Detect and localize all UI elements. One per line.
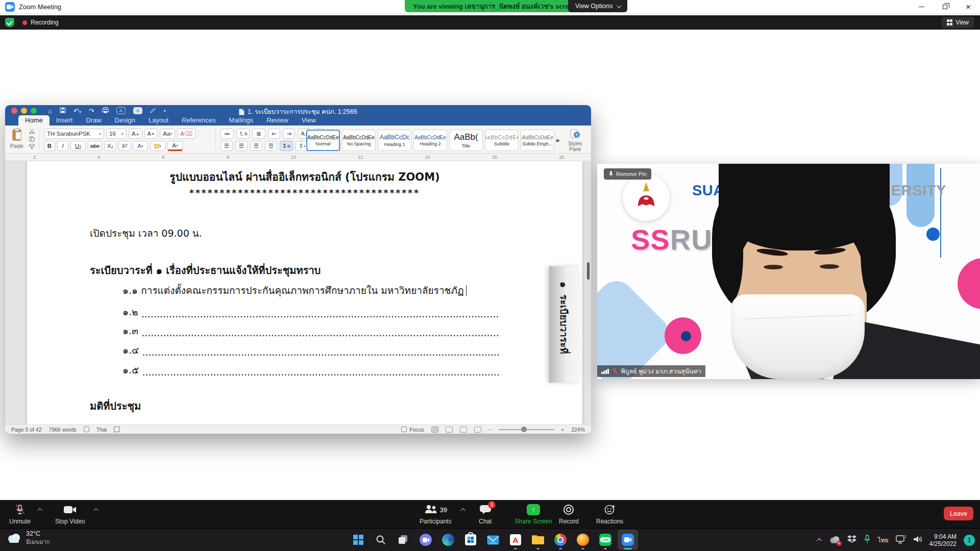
firefox-button[interactable] (573, 530, 593, 550)
align-left-icon[interactable]: ☰ (220, 141, 233, 151)
document-scrollbar[interactable] (587, 262, 590, 280)
tab-insert[interactable]: Insert (50, 115, 80, 126)
view-options-button[interactable]: View Options (568, 0, 627, 12)
store-button[interactable] (460, 530, 481, 550)
style-subtitle[interactable]: AaBbCcDdEeSubtitle (485, 130, 519, 151)
tab-references[interactable]: References (175, 115, 222, 126)
gallery-view-button[interactable]: View (942, 17, 974, 28)
display-icon[interactable] (896, 535, 906, 545)
align-center-icon[interactable]: ☰ (235, 141, 248, 151)
home-icon[interactable]: ⌂ (48, 107, 52, 115)
document-area[interactable]: รูปแบบออนไลน์ ผ่านสื่ออิเล็กทรอนิกส์ (โป… (5, 161, 591, 424)
minimize-button[interactable] (910, 0, 933, 14)
dropbox-icon[interactable] (847, 535, 856, 545)
grow-font-button[interactable]: A▲ (129, 129, 142, 139)
numbered-list-icon[interactable]: ⒈≡ (236, 129, 250, 139)
zoom-slider[interactable] (499, 429, 554, 430)
language-indicator[interactable]: ไทย (878, 535, 889, 545)
acrobat-button[interactable]: A (505, 530, 526, 550)
unmute-options-chevron[interactable] (37, 508, 42, 513)
language-indicator[interactable]: Thai (96, 427, 107, 433)
search-button[interactable] (371, 530, 391, 550)
text-effects-button[interactable]: A▾ (133, 141, 148, 151)
accessibility-icon[interactable] (114, 427, 119, 432)
superscript-button[interactable]: X² (118, 141, 131, 151)
align-right-icon[interactable]: ☰ (250, 141, 262, 151)
draft-view-icon[interactable] (474, 427, 481, 433)
styles-more-icon[interactable]: ▶ (556, 138, 560, 143)
file-explorer-button[interactable] (528, 530, 548, 550)
format-painter-icon[interactable] (29, 144, 35, 149)
pinned-video-tile[interactable]: SUAN SUNA ERSITY SSRU Remove Pin พิบูลย์… (597, 164, 980, 379)
strikethrough-button[interactable]: abc (88, 141, 102, 151)
underline-button[interactable]: U▾ (70, 141, 86, 151)
leave-button[interactable]: Leave (944, 507, 973, 520)
volume-icon[interactable] (913, 535, 922, 545)
style-heading-1[interactable]: AaBbCcDcHeading 1 (378, 130, 411, 151)
line-button[interactable]: LINE (595, 530, 616, 550)
undo-icon[interactable]: ↶▾ (74, 107, 81, 115)
draw-pencil-icon[interactable] (150, 107, 156, 115)
font-color-button[interactable]: A▾ (167, 141, 183, 151)
reactions-button[interactable]: Reactions (596, 504, 623, 525)
bullet-list-icon[interactable]: ≔ (220, 129, 234, 139)
style-title[interactable]: AaBb(Title (449, 130, 483, 151)
subscript-button[interactable]: X₂ (104, 141, 116, 151)
clear-formatting-button[interactable]: A⌫ (177, 129, 195, 139)
teams-chat-button[interactable] (415, 530, 436, 550)
tab-design[interactable]: Design (108, 115, 142, 126)
save-icon[interactable] (60, 107, 66, 115)
tab-layout[interactable]: Layout (142, 115, 175, 126)
zoom-out-icon[interactable]: − (488, 427, 492, 433)
proofing-icon[interactable] (84, 427, 89, 432)
task-view-button[interactable] (393, 530, 413, 550)
format-a-icon[interactable]: A (116, 107, 126, 114)
style-subtle-emphasis[interactable]: AaBbCcDdEeSubtle Emph... (521, 130, 554, 151)
print-icon[interactable] (102, 107, 109, 115)
mac-close-button[interactable] (11, 108, 17, 114)
line-spacing-icon[interactable]: ⇕≡ (280, 141, 293, 151)
start-button[interactable] (348, 530, 369, 550)
mac-zoom-button[interactable] (31, 108, 37, 114)
tab-home[interactable]: Home (18, 115, 50, 126)
font-size-select[interactable]: 16▾ (106, 129, 127, 139)
tab-review[interactable]: Review (260, 115, 295, 126)
multilevel-list-icon[interactable]: ≣ (252, 129, 265, 139)
tab-mailings[interactable]: Mailings (223, 115, 260, 126)
style-no-spacing[interactable]: AaBbCcDdEeNo Spacing (342, 130, 376, 151)
close-button[interactable]: × (957, 0, 980, 14)
word-count[interactable]: 7966 words (49, 427, 77, 433)
weather-widget[interactable]: 32°C มีเมฆมาก (6, 530, 50, 546)
cut-icon[interactable] (29, 129, 35, 134)
qat-more-icon[interactable]: ▾ (164, 109, 166, 113)
increase-indent-icon[interactable]: ⇥ (283, 129, 295, 139)
notification-badge[interactable]: 1 (964, 535, 975, 546)
italic-button[interactable]: I (57, 141, 68, 151)
tray-mic-icon[interactable] (864, 535, 871, 545)
record-button[interactable]: Record (559, 504, 579, 525)
video-options-chevron[interactable] (93, 508, 99, 513)
copy-icon[interactable] (29, 136, 35, 142)
font-name-select[interactable]: TH SarabunPSK▾ (44, 129, 104, 139)
style-a-icon[interactable]: A (133, 107, 142, 114)
zoom-in-icon[interactable]: + (561, 427, 564, 433)
mac-minimize-button[interactable] (21, 108, 27, 114)
clock[interactable]: 9:04 AM 4/25/2022 (929, 533, 957, 547)
chat-button[interactable]: 3 Chat (479, 504, 492, 525)
paste-button[interactable]: Paste (10, 128, 23, 149)
shrink-font-button[interactable]: A▼ (144, 129, 158, 139)
security-shield-icon[interactable] (5, 18, 14, 27)
restore-button[interactable] (933, 0, 957, 14)
decrease-indent-icon[interactable]: ⇤ (268, 129, 280, 139)
share-screen-button[interactable]: ↑ Share Screen (510, 504, 556, 525)
zoom-slider-thumb[interactable] (521, 427, 527, 432)
justify-icon[interactable]: ☰ (265, 141, 277, 151)
style-heading-2[interactable]: AaBbCcDdEeHeading 2 (413, 130, 447, 151)
bold-button[interactable]: B (44, 141, 55, 151)
web-layout-view-icon[interactable] (446, 427, 453, 433)
focus-button[interactable]: Focus (401, 427, 424, 433)
chrome-button[interactable] (550, 530, 571, 550)
zoom-app-button[interactable] (618, 530, 638, 550)
zoom-level[interactable]: 224% (571, 427, 585, 433)
change-case-button[interactable]: Aa▾ (160, 129, 175, 139)
